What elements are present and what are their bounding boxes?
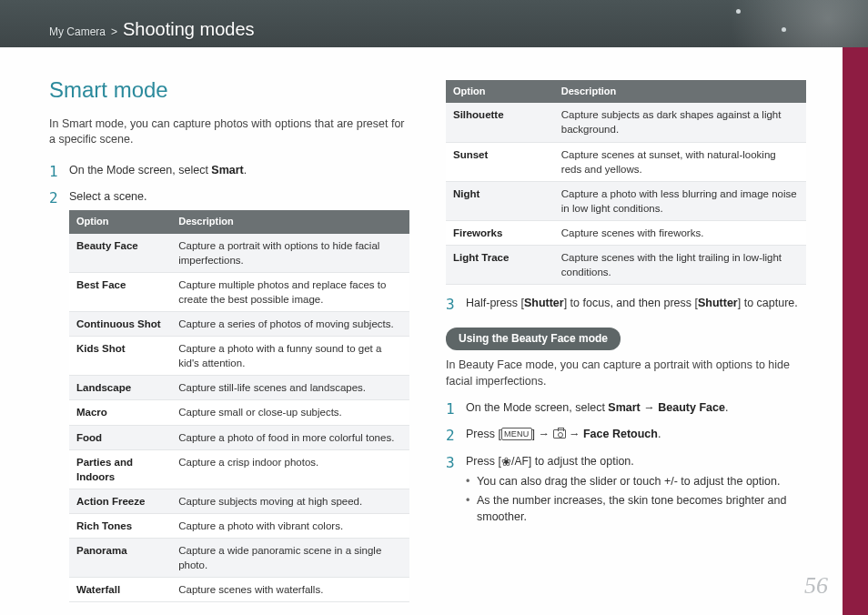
breadcrumb: My Camera > Shooting modes xyxy=(49,16,255,47)
page-header: My Camera > Shooting modes xyxy=(0,0,868,47)
camera-icon xyxy=(553,429,566,439)
option-name: Parties and Indoors xyxy=(69,449,171,489)
step-text: . xyxy=(658,428,661,440)
option-desc: Capture small or close-up subjects. xyxy=(171,400,409,425)
arrow: → xyxy=(566,428,583,440)
step-2: 2 Select a scene. Option Description Bea… xyxy=(49,189,409,611)
step-text: On the Mode screen, select xyxy=(466,401,608,414)
table-row: LandscapeCapture still-life scenes and l… xyxy=(69,376,409,400)
option-desc: Capture multiple photos and replace face… xyxy=(171,272,409,311)
step-number: 1 xyxy=(49,163,62,180)
option-desc: Capture a series of photos of moving sub… xyxy=(171,312,409,337)
menu-icon: MENU xyxy=(501,428,532,440)
step-number: 1 xyxy=(446,400,459,418)
table-row: Kids ShotCapture a photo with a funny so… xyxy=(69,337,409,376)
options-table-1: Option Description Beauty FaceCapture a … xyxy=(69,210,409,602)
table-row: Rich TonesCapture a photo with vibrant c… xyxy=(69,513,409,538)
option-desc: Capture scenes with waterfalls. xyxy=(171,578,409,602)
step-bold: Shutter xyxy=(524,297,564,309)
step-3: 3 Half-press [Shutter] to focus, and the… xyxy=(446,296,806,313)
option-name: Night xyxy=(446,181,554,220)
step-body: Press [❀/AF] to adjust the option. You c… xyxy=(466,454,806,529)
table-row: WaterfallCapture scenes with waterfalls. xyxy=(69,578,409,602)
option-name: Action Freeze xyxy=(69,489,171,513)
step-body: On the Mode screen, select Smart. xyxy=(69,163,409,179)
option-desc: Capture a photo with less blurring and i… xyxy=(554,181,806,220)
section-title: Smart mode xyxy=(49,75,409,106)
table-row: NightCapture a photo with less blurring … xyxy=(446,181,806,220)
option-name: Food xyxy=(69,425,171,449)
step-text: ] → xyxy=(532,428,553,440)
step-body: Press [MENU] → → Face Retouch. xyxy=(466,427,806,443)
step-bold: Shutter xyxy=(698,297,738,309)
step-1: 1 On the Mode screen, select Smart. xyxy=(49,163,409,180)
option-desc: Capture a photo of food in more colorful… xyxy=(171,425,409,449)
breadcrumb-root: My Camera xyxy=(49,25,106,40)
step-text: . xyxy=(244,164,247,176)
th-description: Description xyxy=(171,210,409,233)
step-bold: Smart xyxy=(211,164,243,176)
table-row: PanoramaCapture a wide panoramic scene i… xyxy=(69,538,409,577)
option-desc: Capture a photo with vibrant colors. xyxy=(171,513,409,538)
table-row: Best FaceCapture multiple photos and rep… xyxy=(69,272,409,311)
table-row: SunsetCapture scenes at sunset, with nat… xyxy=(446,142,806,181)
option-desc: Capture subjects moving at high speed. xyxy=(171,489,409,513)
step-number: 2 xyxy=(446,427,459,444)
option-name: Rich Tones xyxy=(69,513,171,538)
option-name: Panorama xyxy=(69,538,171,577)
right-column: Option Description SilhouetteCapture sub… xyxy=(446,75,806,597)
step-number: 2 xyxy=(49,189,62,207)
step-number: 3 xyxy=(446,454,459,471)
option-name: Best Face xyxy=(69,272,171,311)
option-name: Beauty Face xyxy=(69,234,171,273)
option-desc: Capture a crisp indoor photos. xyxy=(171,449,409,489)
main-steps: 1 On the Mode screen, select Smart. 2 Se… xyxy=(49,163,409,612)
step-bold: Face Retouch xyxy=(583,428,658,440)
option-name: Light Trace xyxy=(446,246,554,285)
table-row: MacroCapture small or close-up subjects. xyxy=(69,400,409,425)
beauty-steps: 1 On the Mode screen, select Smart → Bea… xyxy=(446,400,806,529)
breadcrumb-sep: > xyxy=(111,25,117,40)
subsection-lead: In Beauty Face mode, you can capture a p… xyxy=(446,358,806,389)
step-body: On the Mode screen, select Smart → Beaut… xyxy=(466,400,806,417)
step-text: ] to adjust the option. xyxy=(529,455,634,468)
step-text: On the Mode screen, select xyxy=(69,164,211,176)
step-body: Select a scene. Option Description Beaut… xyxy=(69,189,409,611)
step-bullets: You can also drag the slider or touch +/… xyxy=(466,474,806,526)
bstep-2: 2 Press [MENU] → → Face Retouch. xyxy=(446,427,806,444)
option-desc: Capture scenes with the light trailing i… xyxy=(554,246,806,285)
flower-icon: ❀ xyxy=(501,455,511,469)
main-steps-cont: 3 Half-press [Shutter] to focus, and the… xyxy=(446,296,806,313)
option-desc: Capture scenes with fireworks. xyxy=(554,220,806,245)
section-lead: In Smart mode, you can capture photos wi… xyxy=(49,116,409,148)
step-text: . xyxy=(725,401,728,414)
bullet-item: You can also drag the slider or touch +/… xyxy=(466,474,806,490)
step-text: ] to focus, and then press [ xyxy=(564,297,698,309)
bullet-item: As the number increases, the skin tone b… xyxy=(466,493,806,525)
page-content: Smart mode In Smart mode, you can captur… xyxy=(0,47,843,615)
subsection-pill: Using the Beauty Face mode xyxy=(446,328,621,350)
step-text: Press [ xyxy=(466,455,501,468)
bstep-1: 1 On the Mode screen, select Smart → Bea… xyxy=(446,400,806,418)
bstep-3: 3 Press [❀/AF] to adjust the option. You… xyxy=(446,454,806,529)
page-number: 56 xyxy=(804,570,828,602)
table-row: Beauty FaceCapture a portrait with optio… xyxy=(69,234,409,273)
option-desc: Capture a photo with a funny sound to ge… xyxy=(171,337,409,376)
option-desc: Capture still-life scenes and landscapes… xyxy=(171,376,409,400)
option-desc: Capture subjects as dark shapes against … xyxy=(554,103,806,142)
breadcrumb-current: Shooting modes xyxy=(123,16,255,42)
table-row: Continuous ShotCapture a series of photo… xyxy=(69,312,409,337)
table-row: Action FreezeCapture subjects moving at … xyxy=(69,489,409,513)
table-row: Parties and IndoorsCapture a crisp indoo… xyxy=(69,449,409,489)
step-body: Half-press [Shutter] to focus, and then … xyxy=(466,296,806,312)
left-column: Smart mode In Smart mode, you can captur… xyxy=(49,75,409,597)
option-name: Waterfall xyxy=(69,578,171,602)
table-row: FireworksCapture scenes with fireworks. xyxy=(446,220,806,245)
side-accent-bar xyxy=(843,47,868,615)
step-text: Select a scene. xyxy=(69,190,146,203)
step-text: Half-press [ xyxy=(466,297,524,309)
option-name: Kids Shot xyxy=(69,337,171,376)
step-bold: Smart xyxy=(608,401,640,414)
option-desc: Capture a wide panoramic scene in a sing… xyxy=(171,538,409,577)
table-row: Light TraceCapture scenes with the light… xyxy=(446,246,806,285)
